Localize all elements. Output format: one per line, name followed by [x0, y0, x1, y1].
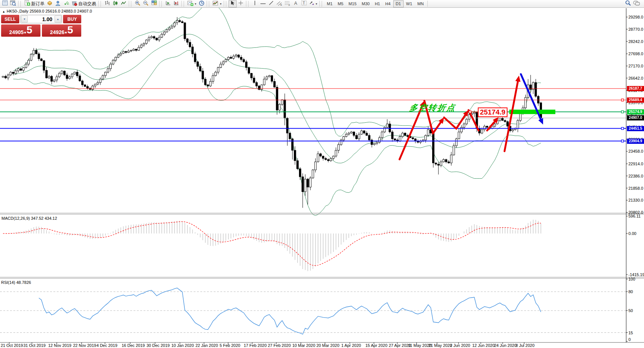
volume-decrease-button[interactable]: ▼	[21, 16, 28, 23]
turning-point-annotation[interactable]: 多空转折点	[409, 102, 457, 113]
bar-chart-icon	[105, 0, 110, 7]
search-button[interactable]	[624, 0, 632, 7]
volume-increase-button[interactable]: ▲	[55, 16, 61, 23]
trendline-icon	[269, 0, 274, 7]
candlestick-mode-button[interactable]	[111, 0, 119, 7]
zoom-out-icon	[143, 0, 149, 7]
pane-separator-rsi[interactable]	[0, 277, 644, 278]
price-tag-26187.7: 26187.7	[627, 86, 644, 91]
svg-text:E: E	[280, 4, 282, 6]
sell-price-button[interactable]: 24905.5	[1, 24, 40, 37]
svg-text:21 Oct 2019: 21 Oct 2019	[1, 343, 23, 348]
vertical-line-icon	[253, 0, 257, 7]
timeframe-m5[interactable]: M5	[335, 0, 346, 7]
chart-ohlc-title: ▲HK50-,Daily 25569.0 25616.0 24883.0 249…	[2, 9, 92, 13]
expert-advisors-button[interactable]	[46, 0, 54, 7]
new-order-icon	[24, 0, 30, 7]
buy-price-button[interactable]: 24926.5	[42, 24, 81, 37]
cursor-tool-button[interactable]	[229, 0, 237, 7]
chart-shift-button[interactable]	[172, 0, 180, 7]
horizontal-line-object[interactable]	[0, 127, 626, 130]
svg-text:10 Mar 2020: 10 Mar 2020	[292, 343, 315, 348]
svg-text:0: 0	[628, 337, 631, 342]
crosshair-tool-button[interactable]	[237, 0, 245, 7]
timeframe-d1[interactable]: D1	[393, 0, 404, 7]
channel-tool-button[interactable]: E	[275, 0, 283, 7]
chart-area[interactable]: 29298.028770.028242.027698.027170.026642…	[0, 0, 644, 348]
rsi-axis-ticks: 1008050150	[626, 277, 635, 342]
indicators-button[interactable]: ▾	[211, 0, 223, 7]
fibonacci-tool-button[interactable]: F	[283, 0, 292, 7]
community-button[interactable]	[54, 0, 62, 7]
timeframe-m15[interactable]: M15	[346, 0, 359, 7]
svg-text:21 May 2020: 21 May 2020	[428, 343, 452, 348]
horizontal-line-object[interactable]	[0, 140, 626, 142]
svg-text:11 May 2020: 11 May 2020	[408, 343, 431, 348]
auto-scroll-button[interactable]	[164, 0, 172, 7]
text-label-tool-button[interactable]: T	[300, 0, 308, 7]
candlesticks	[2, 17, 542, 208]
autotrading-button[interactable]: 自动交易	[70, 0, 97, 7]
period-clock-button[interactable]	[197, 0, 206, 7]
new-chart-button[interactable]: ▾	[186, 0, 197, 7]
svg-text:12 Jun 2020: 12 Jun 2020	[472, 343, 495, 348]
svg-text:21330.0: 21330.0	[628, 198, 643, 202]
volume-value[interactable]: 1.00	[28, 15, 54, 23]
zoom-in-button[interactable]	[134, 0, 142, 7]
new-order-button[interactable]: 新订单	[23, 0, 46, 7]
auto-scroll-icon	[165, 0, 171, 7]
pane-separator-macd[interactable]	[0, 213, 644, 214]
vertical-line-tool-button[interactable]	[251, 0, 259, 7]
svg-text:-1415.19: -1415.19	[628, 272, 644, 277]
sell-button[interactable]: SELL	[1, 15, 19, 23]
svg-text:28770.0: 28770.0	[628, 27, 643, 32]
charts-list-button[interactable]	[1, 0, 9, 7]
svg-text:0.00: 0.00	[628, 231, 636, 236]
timeframe-m30[interactable]: M30	[359, 0, 372, 7]
chat-icon	[633, 0, 640, 7]
svg-text:12 Nov 2019: 12 Nov 2019	[48, 343, 71, 348]
signals-icon	[63, 0, 69, 7]
new-chart-caret-icon: ▾	[195, 2, 196, 6]
crosshair-icon	[238, 0, 243, 7]
new-chart-icon	[187, 0, 193, 7]
date-axis-labels: 21 Oct 201931 Oct 201912 Nov 201922 Nov …	[1, 342, 535, 348]
indicators-icon	[213, 0, 218, 7]
text-tool-button[interactable]: A	[292, 0, 300, 7]
horizontal-line-icon	[260, 0, 266, 7]
buy-price-fraction: .5	[65, 24, 73, 36]
buy-button[interactable]: BUY	[63, 15, 81, 23]
svg-text:22 Nov 2019: 22 Nov 2019	[73, 343, 96, 348]
blue-down-arrow[interactable]	[521, 74, 543, 125]
arrows-tool-button[interactable]: ▾	[308, 0, 318, 7]
volume-field[interactable]: ▼ 1.00 ▲	[20, 15, 62, 23]
rsi-indicator-label: RSI(14) 48.7826	[1, 280, 31, 285]
bar-chart-mode-button[interactable]	[103, 0, 111, 7]
svg-text:30 Dec 2019: 30 Dec 2019	[147, 343, 170, 348]
trendline-tool-button[interactable]	[267, 0, 275, 7]
svg-text:29298.0: 29298.0	[628, 15, 643, 19]
price-callout-label[interactable]: 25174.9	[478, 107, 507, 117]
chat-button[interactable]	[632, 0, 641, 7]
svg-text:80: 80	[628, 289, 633, 294]
svg-text:31 Oct 2019: 31 Oct 2019	[23, 343, 46, 348]
timeframe-mn[interactable]: MN	[415, 0, 426, 7]
main-toolbar: 新订单 自动交易 ▾ ▾ E F A T ▾ M1M5M15M30H1H4D1W…	[0, 0, 644, 8]
price-tag-24451.5: 24451.5	[627, 126, 644, 131]
timeframe-h4[interactable]: H4	[382, 0, 393, 7]
signals-button[interactable]	[62, 0, 70, 7]
svg-text:27 Apr 2020: 27 Apr 2020	[389, 343, 411, 348]
timeframe-m1[interactable]: M1	[324, 0, 335, 7]
tile-windows-button[interactable]	[150, 0, 158, 7]
zoom-out-button[interactable]	[142, 0, 150, 7]
svg-text:5 Feb 2020: 5 Feb 2020	[220, 343, 240, 348]
price-axis-ticks: 29298.028770.028242.027698.027170.026642…	[626, 15, 643, 215]
line-chart-mode-button[interactable]	[119, 0, 128, 7]
profiles-button[interactable]	[9, 0, 17, 7]
timeframe-w1[interactable]: W1	[404, 0, 415, 7]
timeframe-h1[interactable]: H1	[372, 0, 382, 7]
collapse-panel-icon[interactable]: ▲	[2, 10, 5, 13]
svg-text:23458.0: 23458.0	[628, 149, 643, 153]
horizontal-line-tool-button[interactable]	[259, 0, 267, 7]
green-support-bar[interactable]	[509, 110, 555, 114]
